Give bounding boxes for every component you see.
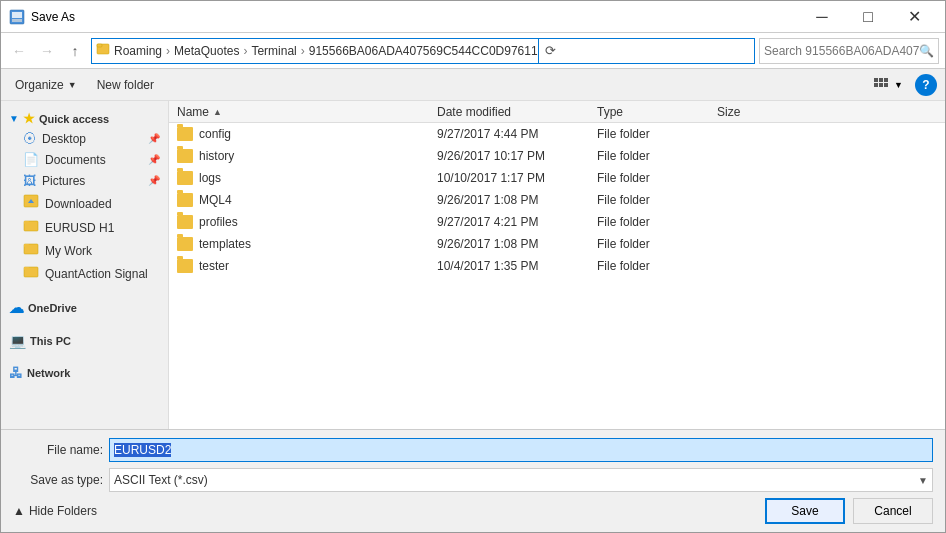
table-row[interactable]: config 9/27/2017 4:44 PM File folder [169, 123, 945, 145]
addressbar: ← → ↑ Roaming › MetaQuotes › Terminal › … [1, 33, 945, 69]
save-button[interactable]: Save [765, 498, 845, 524]
folder-icon [177, 171, 193, 185]
col-name-header[interactable]: Name ▲ [177, 105, 437, 119]
saveastype-select[interactable]: ASCII Text (*.csv)CSV (*.csv)Excel (*.xl… [110, 469, 932, 491]
dialog-title: Save As [31, 10, 799, 24]
dialog-icon [9, 9, 25, 25]
breadcrumb-metaquotes[interactable]: MetaQuotes [174, 44, 239, 58]
toolbar: Organize ▼ New folder ▼ ? [1, 69, 945, 101]
svg-rect-7 [884, 78, 888, 82]
network-icon: 🖧 [9, 365, 23, 381]
table-row[interactable]: templates 9/26/2017 1:08 PM File folder [169, 233, 945, 255]
quick-access-arrow-icon: ▼ [9, 113, 19, 124]
col-size-header[interactable]: Size [717, 105, 797, 119]
hide-folders-label: Hide Folders [29, 504, 97, 518]
file-type-cell: File folder [597, 171, 717, 185]
pictures-icon: 🖼 [23, 173, 36, 188]
mywork-icon [23, 242, 39, 259]
file-name-label: logs [199, 171, 221, 185]
sidebar-section-quick-access[interactable]: ▼ ★ Quick access [1, 105, 168, 128]
filename-label: File name: [13, 443, 103, 457]
sidebar-item-eurusd[interactable]: EURUSD H1 [1, 216, 168, 239]
file-type-cell: File folder [597, 259, 717, 273]
view-toggle-button[interactable]: ▼ [870, 76, 907, 94]
svg-rect-6 [879, 78, 883, 82]
sidebar-item-documents-label: Documents [45, 153, 106, 167]
organize-label: Organize [15, 78, 64, 92]
view-arrow-icon: ▼ [894, 80, 903, 90]
onedrive-icon: ☁ [9, 299, 24, 317]
organize-button[interactable]: Organize ▼ [9, 76, 83, 94]
sidebar-item-desktop[interactable]: 🖸 Desktop 📌 [1, 128, 168, 149]
breadcrumb-sep-2: › [243, 44, 247, 58]
minimize-button[interactable]: ─ [799, 1, 845, 33]
sidebar-item-downloaded[interactable]: Downloaded [1, 191, 168, 216]
search-box[interactable]: 🔍 [759, 38, 939, 64]
pin-icon-3: 📌 [148, 175, 160, 186]
sidebar-item-quantaction[interactable]: QuantAction Signal [1, 262, 168, 285]
col-size-label: Size [717, 105, 740, 119]
svg-rect-5 [874, 78, 878, 82]
saveastype-label: Save as type: [13, 473, 103, 487]
maximize-button[interactable]: □ [845, 1, 891, 33]
bottom-area: File name: Save as type: ASCII Text (*.c… [1, 429, 945, 532]
sidebar-sep-1 [1, 285, 168, 293]
file-name-label: config [199, 127, 231, 141]
col-date-label: Date modified [437, 105, 511, 119]
search-input[interactable] [764, 44, 919, 58]
svg-rect-2 [12, 19, 22, 22]
file-name-label: MQL4 [199, 193, 232, 207]
file-name-cell: history [177, 149, 437, 163]
table-row[interactable]: history 9/26/2017 10:17 PM File folder [169, 145, 945, 167]
sidebar-item-desktop-label: Desktop [42, 132, 86, 146]
col-name-label: Name [177, 105, 209, 119]
hide-folders-link[interactable]: ▲ Hide Folders [13, 504, 97, 518]
sidebar-item-onedrive[interactable]: ☁ OneDrive [1, 293, 168, 319]
file-name-label: profiles [199, 215, 238, 229]
forward-button[interactable]: → [35, 39, 59, 63]
file-name-cell: config [177, 127, 437, 141]
address-bar[interactable]: Roaming › MetaQuotes › Terminal › 915566… [91, 38, 755, 64]
sidebar-item-mywork[interactable]: My Work [1, 239, 168, 262]
back-button[interactable]: ← [7, 39, 31, 63]
breadcrumb-path: Roaming › MetaQuotes › Terminal › 915566… [114, 44, 538, 58]
sidebar-item-documents[interactable]: 📄 Documents 📌 [1, 149, 168, 170]
sidebar-item-mywork-label: My Work [45, 244, 92, 258]
breadcrumb-sep-1: › [166, 44, 170, 58]
file-name-cell: tester [177, 259, 437, 273]
saveastype-select-wrap[interactable]: ASCII Text (*.csv)CSV (*.csv)Excel (*.xl… [109, 468, 933, 492]
desktop-icon: 🖸 [23, 131, 36, 146]
file-date-cell: 9/27/2017 4:44 PM [437, 127, 597, 141]
breadcrumb-roaming[interactable]: Roaming [114, 44, 162, 58]
sidebar-item-network[interactable]: 🖧 Network [1, 359, 168, 383]
table-row[interactable]: profiles 9/27/2017 4:21 PM File folder [169, 211, 945, 233]
cancel-button[interactable]: Cancel [853, 498, 933, 524]
folder-icon [177, 149, 193, 163]
table-row[interactable]: tester 10/4/2017 1:35 PM File folder [169, 255, 945, 277]
svg-rect-1 [12, 12, 22, 18]
file-type-cell: File folder [597, 237, 717, 251]
help-button[interactable]: ? [915, 74, 937, 96]
svg-rect-9 [879, 83, 883, 87]
file-name-cell: templates [177, 237, 437, 251]
documents-icon: 📄 [23, 152, 39, 167]
saveastype-row: Save as type: ASCII Text (*.csv)CSV (*.c… [13, 468, 933, 492]
col-type-header[interactable]: Type [597, 105, 717, 119]
col-date-header[interactable]: Date modified [437, 105, 597, 119]
filename-input[interactable] [109, 438, 933, 462]
table-row[interactable]: MQL4 9/26/2017 1:08 PM File folder [169, 189, 945, 211]
sidebar-item-thispc[interactable]: 💻 This PC [1, 327, 168, 351]
sidebar-item-pictures[interactable]: 🖼 Pictures 📌 [1, 170, 168, 191]
new-folder-button[interactable]: New folder [91, 76, 160, 94]
close-button[interactable]: ✕ [891, 1, 937, 33]
sidebar-sep-3 [1, 351, 168, 359]
breadcrumb-terminal[interactable]: Terminal [251, 44, 296, 58]
table-row[interactable]: logs 10/10/2017 1:17 PM File folder [169, 167, 945, 189]
refresh-button[interactable]: ⟳ [538, 38, 562, 64]
folder-icon [177, 237, 193, 251]
breadcrumb-guid[interactable]: 915566BA06ADA407569C544CC0D97611 [309, 44, 538, 58]
up-button[interactable]: ↑ [63, 39, 87, 63]
hide-folders-arrow-icon: ▲ [13, 504, 25, 518]
action-row: ▲ Hide Folders Save Cancel [13, 498, 933, 524]
svg-rect-16 [24, 244, 29, 247]
